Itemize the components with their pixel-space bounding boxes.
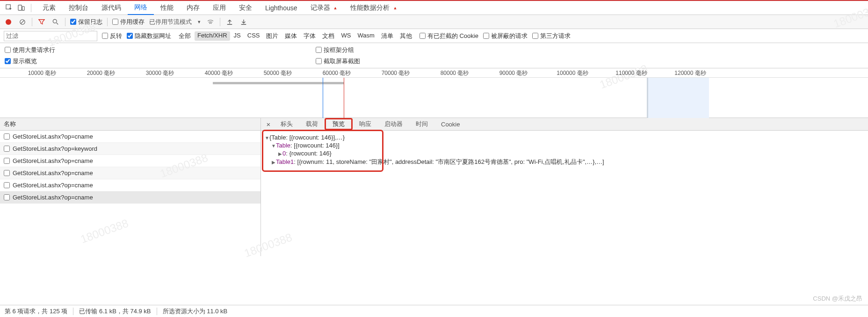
detail-tab-Cookie[interactable]: Cookie (434, 118, 466, 130)
svg-rect-1 (18, 5, 22, 10)
blocked-requests-checkbox[interactable]: 被屏蔽的请求 (483, 32, 528, 40)
type-filter-文档[interactable]: 文档 (319, 31, 337, 41)
group-by-frame-label: 按框架分组 (324, 46, 354, 54)
svg-line-6 (57, 22, 58, 24)
devtools-tab-元素[interactable]: 元素 (36, 1, 62, 15)
request-list: GetStoreList.ashx?op=cnameGetStoreList.a… (0, 131, 260, 256)
group-by-frame-checkbox[interactable]: 按框架分组 (316, 46, 360, 54)
type-filter-Fetch/XHR[interactable]: Fetch/XHR (195, 31, 230, 41)
show-overview-label: 显示概览 (13, 57, 37, 66)
devtools-tab-控制台[interactable]: 控制台 (62, 1, 95, 15)
tree-root[interactable]: ▼{Table: [{rowcount: 146}],…} (265, 133, 864, 141)
request-row[interactable]: GetStoreList.ashx?op=cname (0, 192, 260, 204)
search-icon[interactable] (51, 17, 60, 27)
timeline-selection (648, 78, 709, 118)
devtools-tab-Lighthouse[interactable]: Lighthouse (259, 1, 304, 15)
devtools-tab-源代码[interactable]: 源代码 (95, 1, 128, 15)
show-overview-checkbox[interactable]: 显示概览 (5, 57, 55, 66)
capture-screenshots-checkbox[interactable]: 截取屏幕截图 (316, 57, 360, 66)
type-filter-媒体[interactable]: 媒体 (282, 31, 300, 41)
detail-tab-响应[interactable]: 响应 (353, 118, 378, 130)
third-party-label: 第三方请求 (540, 32, 571, 40)
blocked-cookies-label: 有已拦截的 Cookie (427, 32, 478, 40)
download-icon[interactable] (239, 17, 248, 27)
preserve-log-checkbox[interactable]: 保留日志 (70, 18, 102, 26)
request-name: GetStoreList.ashx?op=cname (13, 170, 93, 177)
record-button[interactable] (4, 17, 13, 27)
name-column-header[interactable]: 名称 (0, 118, 260, 131)
type-filter-WS[interactable]: WS (338, 31, 354, 41)
detail-tab-载荷[interactable]: 载荷 (299, 118, 325, 130)
type-filter-图片[interactable]: 图片 (263, 31, 281, 41)
csdn-watermark: CSDN @禾戊之昂 (813, 295, 862, 303)
hide-data-urls-checkbox[interactable]: 隐藏数据网址 (127, 32, 171, 40)
request-row[interactable]: GetStoreList.ashx?op=keyword (0, 143, 260, 155)
preview-body: ▼{Table: [{rowcount: 146}],…} ▼Table: [{… (261, 131, 868, 256)
request-name: GetStoreList.ashx?op=keyword (13, 145, 97, 152)
separator (65, 18, 65, 26)
top-bar: 元素控制台源代码网络性能内存应用安全Lighthouse记录器▲性能数据分析▲ (0, 0, 868, 15)
separator (32, 18, 32, 26)
throttle-label: 已停用节流模式 (149, 18, 192, 26)
request-name: GetStoreList.ashx?op=cname (13, 133, 93, 140)
detail-tab-标头[interactable]: 标头 (274, 118, 299, 130)
detail-tab-预览[interactable]: 预览 (325, 118, 353, 130)
type-filter-其他[interactable]: 其他 (397, 31, 415, 41)
large-rows-label: 使用大量请求行 (13, 46, 55, 54)
type-filter-清单[interactable]: 清单 (378, 31, 396, 41)
invert-checkbox[interactable]: 反转 (102, 32, 122, 40)
type-filter-字体[interactable]: 字体 (301, 31, 318, 41)
timeline-tick: 30000 毫秒 (146, 69, 174, 77)
tree-table[interactable]: ▼Table: [{rowcount: 146}] (265, 141, 864, 149)
tree-table1[interactable]: ▶Table1: [{rownum: 11, storeName: "田家村",… (265, 157, 864, 167)
timeline-tick: 10000 毫秒 (28, 69, 57, 77)
request-name: GetStoreList.ashx?op=cname (13, 182, 93, 189)
large-rows-checkbox[interactable]: 使用大量请求行 (5, 46, 55, 54)
devtools-tab-记录器[interactable]: 记录器▲ (304, 1, 344, 15)
detail-tab-时间[interactable]: 时间 (409, 118, 434, 130)
devtools-tab-内存[interactable]: 内存 (180, 1, 206, 15)
filter-icon[interactable] (37, 17, 46, 27)
tree-table-0[interactable]: ▶0: {rowcount: 146} (265, 149, 864, 157)
devtools-tab-性能[interactable]: 性能 (154, 1, 180, 15)
timeline-body (0, 78, 868, 118)
detail-tab-启动器[interactable]: 启动器 (378, 118, 409, 130)
domcontentloaded-line (323, 78, 323, 118)
request-row[interactable]: GetStoreList.ashx?op=cname (0, 155, 260, 167)
detail-tabs: × 标头载荷预览响应启动器时间Cookie (261, 118, 868, 131)
timeline-tick: 50000 毫秒 (264, 69, 292, 77)
request-list-pane: 名称 GetStoreList.ashx?op=cnameGetStoreLis… (0, 118, 261, 256)
device-toggle-icon[interactable] (16, 3, 26, 13)
close-icon[interactable]: × (263, 120, 274, 128)
timeline-tick: 100000 毫秒 (557, 69, 588, 77)
timeline-tick: 90000 毫秒 (499, 69, 528, 77)
type-filter-JS[interactable]: JS (231, 31, 244, 41)
top-tabs: 元素控制台源代码网络性能内存应用安全Lighthouse记录器▲性能数据分析▲ (36, 1, 404, 15)
timeline-tick: 70000 毫秒 (382, 69, 410, 77)
status-bar: 第 6 项请求，共 125 项 已传输 6.1 kB，共 74.9 kB 所选资… (0, 305, 868, 317)
main-split: 名称 GetStoreList.ashx?op=cnameGetStoreLis… (0, 118, 868, 256)
devtools-tab-安全[interactable]: 安全 (232, 1, 259, 15)
upload-icon[interactable] (225, 17, 234, 27)
request-row[interactable]: GetStoreList.ashx?op=cname (0, 167, 260, 179)
timeline-end-marker (647, 78, 648, 118)
type-filter-CSS[interactable]: CSS (245, 31, 263, 41)
disable-cache-checkbox[interactable]: 停用缓存 (112, 18, 145, 26)
timeline-ruler: 10000 毫秒20000 毫秒30000 毫秒40000 毫秒50000 毫秒… (0, 68, 868, 78)
third-party-checkbox[interactable]: 第三方请求 (532, 32, 571, 40)
type-filter-全部[interactable]: 全部 (176, 31, 194, 41)
devtools-tab-应用[interactable]: 应用 (206, 1, 232, 15)
filter-input[interactable] (4, 31, 97, 41)
request-row[interactable]: GetStoreList.ashx?op=cname (0, 179, 260, 192)
blocked-cookies-checkbox[interactable]: 有已拦截的 Cookie (420, 32, 478, 40)
clear-button[interactable] (18, 17, 27, 27)
request-row[interactable]: GetStoreList.ashx?op=cname (0, 131, 260, 143)
timeline-overview[interactable]: 10000 毫秒20000 毫秒30000 毫秒40000 毫秒50000 毫秒… (0, 68, 868, 118)
devtools-tab-网络[interactable]: 网络 (128, 1, 154, 15)
separator (157, 308, 157, 315)
type-filter-Wasm[interactable]: Wasm (354, 31, 377, 41)
throttle-select[interactable]: 已停用节流模式 ▼ (149, 18, 201, 26)
devtools-tab-性能数据分析[interactable]: 性能数据分析▲ (344, 1, 404, 15)
inspect-icon[interactable] (4, 3, 14, 13)
wifi-icon[interactable] (206, 17, 215, 27)
